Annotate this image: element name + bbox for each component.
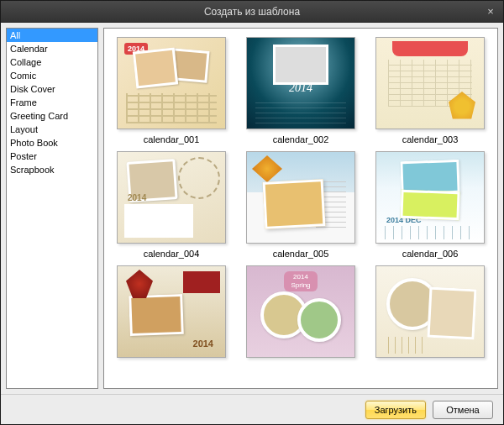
thumb-preview: 2014 Spring [246, 265, 355, 358]
sidebar-item-greeting-card[interactable]: Greeting Card [7, 109, 97, 123]
cancel-button[interactable]: Отмена [433, 401, 493, 419]
gallery-panel: calendar_001 calendar_002 calendar_003 2… [103, 28, 498, 389]
sidebar-item-label: Comic [10, 71, 36, 81]
sidebar-item-label: Greeting Card [10, 111, 68, 121]
sidebar-item-label: Frame [10, 97, 37, 108]
window-title: Создать из шаблона [204, 6, 300, 18]
sidebar-item-scrapbook[interactable]: Scrapbook [7, 163, 97, 176]
thumb-preview: 2014 [117, 151, 226, 244]
sidebar-item-label: Collage [10, 57, 41, 67]
dialog-window: Создать из шаблона × All Calendar Collag… [0, 0, 504, 425]
template-thumb[interactable]: 2014 Spring [239, 265, 363, 363]
thumb-label: calendar_004 [144, 249, 200, 259]
sidebar-item-label: Scrapbook [10, 165, 55, 175]
template-thumb[interactable] [368, 265, 492, 363]
sidebar-item-all[interactable]: All [7, 29, 97, 42]
thumb-preview [246, 37, 355, 129]
thumb-preview: 2014 [117, 265, 226, 358]
thumb-label: calendar_002 [273, 134, 329, 144]
template-gallery[interactable]: calendar_001 calendar_002 calendar_003 2… [104, 29, 497, 388]
sidebar-item-disk-cover[interactable]: Disk Cover [7, 82, 97, 96]
thumb-label: calendar_005 [273, 249, 329, 259]
thumb-label: calendar_003 [402, 134, 459, 144]
sidebar-item-photo-book[interactable]: Photo Book [7, 136, 97, 150]
thumb-preview [375, 265, 485, 358]
category-list[interactable]: All Calendar Collage Comic Disk Cover Fr… [6, 28, 98, 389]
template-thumb[interactable]: calendar_005 [239, 151, 363, 259]
thumb-preview [246, 151, 355, 244]
thumb-preview: 2014 DEC [375, 151, 485, 244]
sidebar-item-label: Poster [10, 151, 37, 161]
sidebar-item-layout[interactable]: Layout [7, 123, 97, 136]
sidebar-item-poster[interactable]: Poster [7, 150, 97, 163]
thumb-preview [117, 37, 226, 129]
template-thumb[interactable]: calendar_002 [239, 37, 363, 144]
button-label: Отмена [446, 405, 479, 415]
titlebar: Создать из шаблона × [1, 1, 503, 23]
sidebar-item-collage[interactable]: Collage [7, 55, 97, 69]
thumb-label: calendar_006 [402, 249, 459, 259]
dialog-body: All Calendar Collage Comic Disk Cover Fr… [1, 23, 503, 394]
sidebar-item-label: Layout [10, 124, 38, 134]
thumb-label: calendar_001 [144, 134, 200, 144]
load-button[interactable]: Загрузить [365, 401, 426, 419]
button-label: Загрузить [375, 405, 417, 415]
sidebar-item-label: All [10, 30, 20, 40]
close-icon[interactable]: × [483, 4, 498, 18]
sidebar-item-label: Photo Book [10, 138, 58, 148]
thumb-preview [375, 37, 485, 129]
template-thumb[interactable]: 2014 DEC calendar_006 [368, 151, 492, 259]
sidebar-item-label: Disk Cover [10, 84, 55, 94]
template-thumb[interactable]: calendar_001 [109, 37, 234, 144]
template-thumb[interactable]: calendar_003 [368, 37, 492, 144]
sidebar-item-calendar[interactable]: Calendar [7, 42, 97, 55]
dialog-footer: Загрузить Отмена [1, 394, 503, 424]
sidebar-item-comic[interactable]: Comic [7, 69, 97, 82]
sidebar-item-label: Calendar [10, 44, 48, 54]
template-thumb[interactable]: 2014 calendar_004 [109, 151, 234, 259]
sidebar-item-frame[interactable]: Frame [7, 96, 97, 109]
template-thumb[interactable]: 2014 [109, 265, 234, 363]
